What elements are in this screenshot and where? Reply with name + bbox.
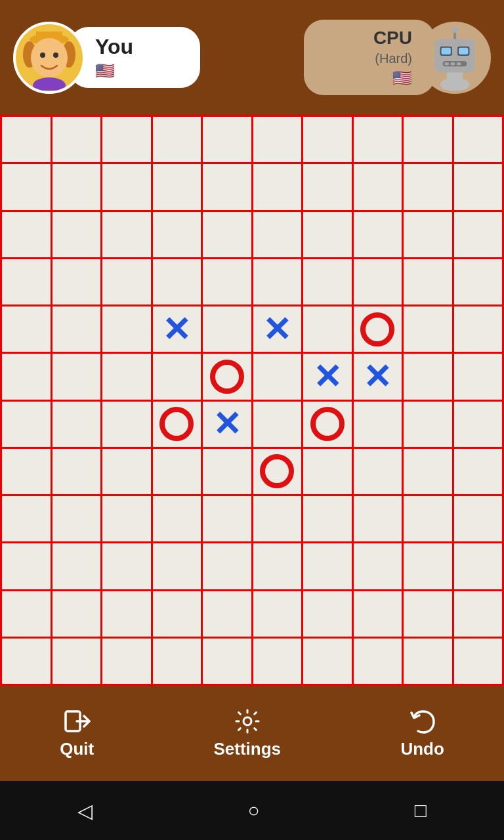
board-cell[interactable] — [153, 496, 203, 543]
board-cell[interactable] — [253, 354, 304, 401]
board-cell[interactable] — [153, 354, 203, 401]
board-cell[interactable] — [253, 212, 304, 259]
board-cell[interactable] — [153, 639, 203, 686]
board-cell[interactable] — [52, 259, 103, 306]
board-cell[interactable] — [303, 591, 354, 639]
board-cell[interactable] — [454, 306, 505, 354]
board-cell[interactable] — [404, 212, 454, 259]
board-cell[interactable] — [303, 164, 354, 211]
board-cell[interactable] — [153, 402, 203, 449]
board-cell[interactable] — [102, 449, 153, 496]
board-cell[interactable] — [404, 117, 454, 164]
board-cell[interactable] — [354, 543, 404, 591]
board-cell[interactable] — [102, 117, 153, 164]
board-cell[interactable] — [2, 354, 52, 401]
board-cell[interactable] — [52, 591, 103, 639]
board-cell[interactable] — [102, 591, 153, 639]
board-cell[interactable] — [153, 591, 203, 639]
board-cell[interactable] — [253, 449, 304, 496]
board-cell[interactable] — [454, 117, 505, 164]
board-cell[interactable] — [303, 212, 354, 259]
board-cell[interactable] — [52, 543, 103, 591]
undo-button[interactable]: Undo — [381, 701, 463, 766]
board-cell[interactable] — [52, 402, 103, 449]
board-cell[interactable] — [203, 639, 253, 686]
board-cell[interactable] — [253, 591, 304, 639]
board-cell[interactable] — [404, 402, 454, 449]
board-cell[interactable] — [52, 117, 103, 164]
board-cell[interactable] — [354, 306, 404, 354]
board-cell[interactable] — [153, 259, 203, 306]
board-cell[interactable] — [354, 164, 404, 211]
board-cell[interactable] — [454, 639, 505, 686]
board-cell[interactable] — [2, 212, 52, 259]
board-cell[interactable] — [2, 639, 52, 686]
board-cell[interactable] — [454, 354, 505, 401]
board-cell[interactable] — [404, 354, 454, 401]
board-cell[interactable] — [203, 117, 253, 164]
board-cell[interactable] — [2, 259, 52, 306]
board-cell[interactable] — [303, 306, 354, 354]
board-cell[interactable] — [404, 306, 454, 354]
board-cell[interactable] — [404, 543, 454, 591]
board-cell[interactable] — [454, 543, 505, 591]
board-cell[interactable] — [203, 164, 253, 211]
board-cell[interactable] — [102, 496, 153, 543]
board-cell[interactable] — [102, 543, 153, 591]
board-cell[interactable] — [454, 212, 505, 259]
settings-button[interactable]: Settings — [194, 701, 301, 766]
board-cell[interactable] — [102, 212, 153, 259]
board-cell[interactable] — [153, 117, 203, 164]
board-cell[interactable] — [253, 259, 304, 306]
board-cell[interactable]: ✕ — [253, 306, 304, 354]
recent-button[interactable]: □ — [408, 793, 433, 828]
board-cell[interactable] — [454, 496, 505, 543]
board-cell[interactable] — [153, 449, 203, 496]
board-cell[interactable] — [253, 639, 304, 686]
board-cell[interactable] — [2, 591, 52, 639]
board-cell[interactable] — [102, 306, 153, 354]
board-cell[interactable] — [203, 591, 253, 639]
board-cell[interactable] — [52, 212, 103, 259]
board-cell[interactable] — [354, 259, 404, 306]
board-cell[interactable] — [354, 591, 404, 639]
board-cell[interactable] — [102, 402, 153, 449]
board-cell[interactable] — [354, 449, 404, 496]
board-cell[interactable] — [2, 306, 52, 354]
board-cell[interactable] — [153, 543, 203, 591]
board-cell[interactable]: ✕ — [303, 354, 354, 401]
board-cell[interactable] — [2, 543, 52, 591]
board-cell[interactable] — [354, 639, 404, 686]
board-cell[interactable] — [2, 117, 52, 164]
board-cell[interactable] — [102, 639, 153, 686]
board-cell[interactable] — [354, 212, 404, 259]
board-cell[interactable] — [303, 639, 354, 686]
board-cell[interactable] — [2, 449, 52, 496]
board-cell[interactable] — [303, 496, 354, 543]
board-cell[interactable] — [52, 449, 103, 496]
board-cell[interactable] — [102, 259, 153, 306]
board-cell[interactable] — [454, 591, 505, 639]
board-cell[interactable]: ✕ — [153, 306, 203, 354]
board-cell[interactable] — [253, 402, 304, 449]
board-cell[interactable] — [454, 259, 505, 306]
board-cell[interactable] — [354, 117, 404, 164]
board-grid[interactable]: ✕✕✕✕✕ — [0, 115, 504, 686]
board-cell[interactable] — [454, 449, 505, 496]
board-cell[interactable] — [203, 449, 253, 496]
board-cell[interactable] — [203, 496, 253, 543]
board-cell[interactable] — [404, 591, 454, 639]
board-cell[interactable] — [203, 259, 253, 306]
board-cell[interactable] — [404, 639, 454, 686]
board-cell[interactable] — [102, 354, 153, 401]
board-cell[interactable] — [52, 354, 103, 401]
board-cell[interactable] — [253, 496, 304, 543]
board-cell[interactable] — [303, 449, 354, 496]
board-cell[interactable] — [203, 354, 253, 401]
board-cell[interactable] — [404, 449, 454, 496]
board-cell[interactable] — [404, 164, 454, 211]
board-cell[interactable] — [303, 117, 354, 164]
board-cell[interactable] — [52, 496, 103, 543]
board-cell[interactable] — [303, 259, 354, 306]
home-button[interactable]: ○ — [241, 793, 266, 828]
